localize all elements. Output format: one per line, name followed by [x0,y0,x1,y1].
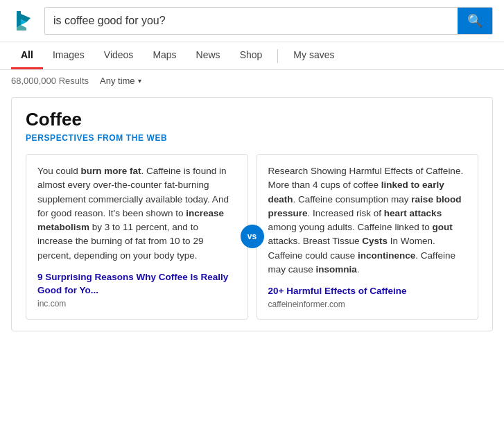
tab-maps[interactable]: Maps [143,42,186,69]
tab-news[interactable]: News [186,42,230,69]
vs-badge-wrapper: vs [241,225,264,248]
perspectives-label: PERSPECTIVES FROM THE WEB [26,133,478,143]
tab-all[interactable]: All [11,42,43,69]
tab-videos[interactable]: Videos [94,42,144,69]
left-source-link[interactable]: 9 Surprising Reasons Why Coffee Is Reall… [37,271,236,309]
right-perspective: Research Showing Harmful Effects of Caff… [257,154,479,320]
tab-shop[interactable]: Shop [230,42,272,69]
results-bar: 68,000,000 Results Any time ▾ [0,70,504,92]
search-button[interactable]: 🔍 [458,8,492,34]
perspectives-grid: You could burn more fat. Caffeine is fou… [26,154,478,320]
left-source-domain: inc.com [37,299,236,309]
search-input[interactable] [45,8,458,34]
header: 🔍 [0,0,504,42]
search-bar[interactable]: 🔍 [44,7,493,35]
right-source-link[interactable]: 20+ Harmful Effects of Caffeine caffeine… [268,285,467,309]
tab-images[interactable]: Images [43,42,94,69]
nav-divider [277,49,278,63]
left-perspective-text: You could burn more fat. Caffeine is fou… [37,164,236,263]
main-content: Coffee PERSPECTIVES FROM THE WEB You cou… [0,92,504,345]
any-time-filter[interactable]: Any time ▾ [100,76,141,86]
chevron-down-icon: ▾ [138,77,141,85]
right-perspective-text: Research Showing Harmful Effects of Caff… [268,164,467,277]
nav-tabs: All Images Videos Maps News Shop My save… [0,42,504,70]
left-article-link[interactable]: 9 Surprising Reasons Why Coffee Is Reall… [37,272,228,295]
coffee-title: Coffee [26,109,478,130]
vs-badge: vs [241,225,264,248]
right-article-link[interactable]: 20+ Harmful Effects of Caffeine [268,286,407,296]
bing-logo [11,8,36,33]
search-icon: 🔍 [467,13,483,28]
left-perspective: You could burn more fat. Caffeine is fou… [26,154,248,320]
coffee-card: Coffee PERSPECTIVES FROM THE WEB You cou… [11,97,493,331]
any-time-label: Any time [100,76,135,86]
right-source-domain: caffeineinformer.com [268,300,467,309]
tab-my-saves[interactable]: My saves [284,42,344,69]
results-count: 68,000,000 Results [11,76,89,86]
